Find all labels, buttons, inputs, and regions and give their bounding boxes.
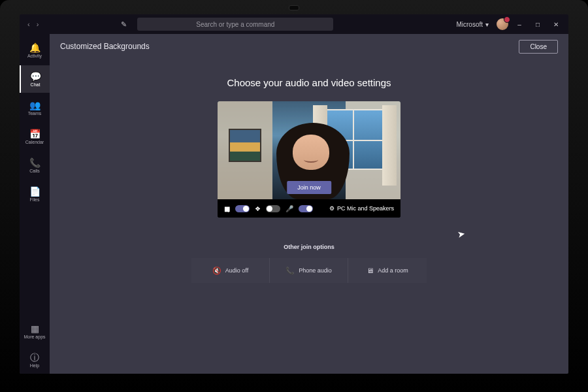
rail-label: More apps [24,335,45,339]
phone-icon: 📞 [286,267,295,275]
settings-heading: Choose your audio and video settings [227,77,391,88]
video-preview-card: Join now ■̣ ❖ 🎤 ⚙ PC Mic and Speakers [218,101,400,218]
compose-icon[interactable]: ✎ [121,20,127,29]
rail-calendar[interactable]: 📅 Calendar [20,123,50,150]
rail-label: Teams [28,111,42,116]
chevron-down-icon: ▾ [485,21,489,28]
org-label: Microsoft [456,21,483,28]
minimize-button[interactable]: – [512,21,527,28]
titlebar: ‹ › ✎ Search or type a command Microsoft… [20,14,568,34]
opt-label: Audio off [225,267,248,274]
room-icon: 🖥 [367,267,374,274]
rail-label: Chat [31,82,41,87]
main-pane: Customized Backgrounds Close Choose your… [50,34,568,374]
audio-off-icon: 🔇 [212,267,221,275]
rail-more-apps[interactable]: ▦ More apps [20,318,50,345]
preview-controls: ■̣ ❖ 🎤 ⚙ PC Mic and Speakers [218,199,400,218]
video-preview: Join now [218,101,400,199]
rail-files[interactable]: 📄 Files [20,180,50,208]
search-input[interactable]: Search or type a command [137,18,333,31]
camera-toggle[interactable] [235,205,250,212]
opt-label: Add a room [378,267,408,274]
file-icon: 📄 [29,187,41,196]
background-fx-icon: ❖ [255,205,261,212]
rail-chat[interactable]: 💬 Chat [20,65,50,93]
forward-button[interactable]: › [37,20,39,28]
rail-label: Files [30,197,40,202]
app-rail: 🔔 Activity 💬 Chat 👥 Teams 📅 Calendar 📞 [20,34,50,374]
person-face [293,135,329,170]
rail-calls[interactable]: 📞 Calls [20,152,50,179]
mic-icon: 🎤 [286,205,293,212]
mic-toggle[interactable] [299,205,313,212]
org-switcher[interactable]: Microsoft ▾ [456,21,489,28]
prejoin-content: Choose your audio and video settings Joi… [50,59,568,374]
close-button[interactable]: Close [519,40,558,54]
rail-label: Calendar [25,140,44,144]
rail-label: Activity [27,54,42,58]
help-icon: ⓘ [30,353,39,362]
rail-teams[interactable]: 👥 Teams [20,94,50,122]
tablet-camera [289,5,299,10]
phone-audio-option[interactable]: 📞 Phone audio [270,258,348,283]
other-options-label: Other join options [284,244,335,250]
add-room-option[interactable]: 🖥 Add a room [348,258,427,283]
rail-help[interactable]: ⓘ Help [20,346,50,374]
tablet-bezel: ‹ › ✎ Search or type a command Microsoft… [0,0,588,392]
teams-icon: 👥 [29,101,41,110]
close-window-button[interactable]: ✕ [549,21,563,28]
background-curtain [382,105,397,186]
maximize-button[interactable]: □ [531,21,545,28]
apps-icon: ▦ [31,324,39,333]
opt-label: Phone audio [299,267,332,274]
background-fx-toggle[interactable] [266,205,280,212]
app-window: ‹ › ✎ Search or type a command Microsoft… [20,14,568,374]
rail-label: Calls [29,169,40,173]
bell-icon: 🔔 [29,43,41,52]
other-join-options: 🔇 Audio off 📞 Phone audio 🖥 Add a room [191,258,427,283]
history-nav: ‹ › [27,20,39,28]
device-selector[interactable]: ⚙ PC Mic and Speakers [329,205,394,212]
calendar-icon: 📅 [29,129,41,139]
avatar[interactable] [497,18,508,30]
device-label: PC Mic and Speakers [337,205,394,212]
background-art [229,129,261,162]
join-now-button[interactable]: Join now [287,181,331,194]
page-title: Customized Backgrounds [60,42,150,51]
pane-header: Customized Backgrounds Close [50,34,568,59]
gear-icon: ⚙ [329,205,335,212]
camera-icon: ■̣ [224,205,230,212]
rail-activity[interactable]: 🔔 Activity [20,37,50,64]
phone-icon: 📞 [29,158,41,167]
chat-icon: 💬 [30,72,41,81]
audio-off-option[interactable]: 🔇 Audio off [191,258,270,283]
rail-label: Help [30,363,39,368]
back-button[interactable]: ‹ [27,20,30,28]
